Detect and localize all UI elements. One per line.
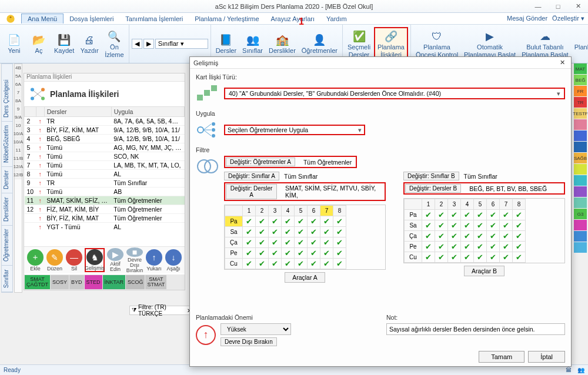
nav-prev[interactable]: ◀ [132, 39, 142, 49]
dialog-cancel[interactable]: İptal [528, 351, 565, 363]
class-row[interactable]: 10 [15, 122, 22, 130]
subject-chip[interactable]: SMATSTMAT [145, 275, 166, 289]
class-row[interactable]: 11 [15, 146, 22, 155]
tool-yukarı[interactable]: ↑Yukarı [145, 248, 163, 272]
side-chip[interactable] [574, 231, 587, 242]
btn-tools-a[interactable]: Araçlar A [285, 272, 325, 283]
nav-next[interactable]: ▶ [143, 39, 154, 49]
side-chip[interactable] [574, 142, 587, 152]
rb-relations[interactable]: 🔗Planlama İlişkileri [374, 27, 408, 60]
btn-tools-b[interactable]: Araçlar B [464, 266, 505, 276]
lt-rooms[interactable]: Derslikler [2, 193, 12, 226]
minimize-button[interactable]: — [528, 0, 548, 13]
class-row[interactable]: 9 [15, 105, 22, 113]
menu-tab-help[interactable]: Yardım [320, 14, 353, 24]
subject-chip[interactable]: İNKTAR [103, 275, 125, 289]
menu-tab-ui[interactable]: Arayuz Ayarları [265, 14, 320, 24]
rb-preview[interactable]: 🔍Ön İzleme [102, 28, 126, 59]
subject-chip[interactable]: SOSY [51, 275, 69, 289]
rb-teachers[interactable]: 👤Öğretmenler [299, 32, 340, 55]
side-chip[interactable]: G3 [574, 209, 587, 219]
rb-precheck[interactable]: 🛡Planlama Öncesi Kontrol [413, 28, 460, 59]
importance-disable[interactable]: Devre Dışı Bırakın [220, 337, 277, 346]
btn-teachers-a[interactable]: Değiştir: Öğretmenler A [226, 158, 295, 166]
class-row[interactable]: 11/B [15, 155, 22, 163]
rb-new[interactable]: 📄Yeni [2, 32, 26, 55]
relation-row[interactable]: 5↑TümüAG, MG, NY, MM, JÇ, DS [25, 143, 185, 152]
tool-aktif-edin[interactable]: ▶Aktif Edin [106, 248, 124, 272]
side-chip[interactable] [574, 119, 587, 130]
menu-tab-definitions[interactable]: Tanımlama İşlemleri [119, 14, 189, 24]
menu-tab-file[interactable]: Dosya İşlemleri [64, 14, 119, 24]
side-chip[interactable] [574, 130, 587, 141]
rb-rooms[interactable]: 🏫Derslikler [266, 32, 298, 55]
relation-row[interactable]: 12↑FİZ, MAT, KİM, BİYTüm Öğretmenler [25, 205, 185, 214]
lt-subjects[interactable]: Dersler [2, 167, 12, 193]
class-row[interactable]: 9/A [15, 113, 22, 122]
lt-schedule[interactable]: Ders Çizelgesi [2, 76, 12, 121]
dialog-close[interactable]: ✕ [557, 58, 567, 68]
lt-supervision[interactable]: NöbetGözetim [2, 122, 12, 167]
daygrid-a[interactable]: 12345678Pa✔✔✔✔✔✔✔✔Sa✔✔✔✔✔✔✔✔Ça✔✔✔✔✔✔✔✔Pe… [224, 205, 386, 270]
btn-classes-a[interactable]: Değiştir: Sınıflar A [224, 172, 279, 180]
relation-row[interactable]: 10↑TümüAB [25, 188, 185, 196]
importance-select[interactable]: Yüksek [220, 323, 291, 335]
class-row[interactable]: 8A [15, 97, 22, 105]
note-input[interactable] [386, 323, 565, 335]
class-row[interactable]: 7 [15, 89, 22, 97]
apply-select[interactable]: Seçilen Öğretmenlere Uygula▾ [224, 125, 365, 135]
maximize-button[interactable]: □ [548, 0, 568, 13]
btn-classes-b[interactable]: Değiştir: Sınıflar B [403, 172, 459, 180]
class-row[interactable]: 5A [15, 72, 22, 81]
subject-chip[interactable]: BYD [69, 275, 84, 289]
class-row[interactable]: 10/A [15, 130, 22, 138]
rb-classes[interactable]: 👥Sınıflar [240, 32, 265, 55]
subject-chip[interactable]: SCOĞ [126, 275, 145, 289]
side-chip[interactable]: MAT [574, 63, 587, 74]
menu-tab-main[interactable]: Ana Menü [21, 14, 64, 24]
rb-electives[interactable]: ✅Seçmeli Dersler [345, 28, 373, 59]
btn-lessons-a[interactable]: Değiştir: Dersler A [226, 184, 277, 199]
tool-sil[interactable]: —Sil [65, 248, 83, 272]
dialog-ok[interactable]: Tamam [479, 351, 524, 363]
relation-row[interactable]: 11↑SMAT, SKİM, SFİZ, MTVU,Tüm Öğretmenle… [25, 196, 185, 205]
relation-row[interactable]: 8↑TümüAL [25, 170, 185, 179]
send-message-link[interactable]: Mesaj Gönder [507, 15, 547, 22]
tool-ekle[interactable]: ＋Ekle [26, 248, 44, 272]
side-chip[interactable]: TESTF [574, 108, 587, 119]
customize-dropdown[interactable]: Özelleştir ▾ [552, 15, 584, 22]
tool-düzen[interactable]: ✎Düzen [46, 248, 64, 272]
rb-print[interactable]: 🖨Yazdır [78, 32, 101, 55]
class-row[interactable]: 12/A [15, 163, 22, 171]
rb-cloudplan[interactable]: ☁Bulut Tabanlı Planlama Başlat [519, 28, 571, 59]
side-chip[interactable] [574, 242, 587, 253]
side-chip[interactable] [574, 164, 587, 175]
filter-bar[interactable]: ⧩ Filtre: (TR) TÜRKÇE ✕ [129, 306, 194, 315]
rb-open[interactable]: 📂Aç [27, 32, 51, 55]
class-row[interactable]: 4B [15, 64, 22, 72]
class-row[interactable]: 10/A [15, 138, 22, 146]
relation-row[interactable]: ↑BİY, FİZ, KİM, MATTüm Öğretmenler [25, 214, 185, 223]
rb-postcheck[interactable]: ✔Planlama Sonrası Kontrol [572, 28, 588, 59]
tool-aşağı[interactable]: ↓Aşağı [165, 248, 182, 272]
class-selector[interactable]: Sınıflar ▾ [155, 39, 208, 49]
relation-row[interactable]: 4↑BEĞ, SBEĞ9/A, 12/B, 9/B, 10/A, 11/ [25, 135, 185, 143]
lt-classes[interactable]: Sınıflar [2, 266, 12, 292]
tool-gelişmiş[interactable]: ♞Gelişmiş [85, 248, 105, 272]
class-row[interactable]: 12/B [15, 171, 22, 179]
side-chip[interactable]: BEĞ [574, 75, 587, 85]
side-chip[interactable]: FR [574, 86, 587, 96]
relation-row[interactable]: 7↑TümüLA, MB, TK, MT, TA, LO, [25, 161, 185, 170]
relation-row[interactable]: 7↑TümüSCÖ, NK [25, 152, 185, 161]
tool-devre-dışı-bırakın[interactable]: ■Devre Dışı Bırakın [126, 248, 143, 272]
lt-teachers[interactable]: Öğretmenler [2, 226, 12, 266]
rb-save[interactable]: 💾Kaydet [52, 32, 76, 55]
subject-chip[interactable]: STED [85, 275, 102, 289]
side-chip[interactable]: SAĞB [574, 153, 587, 163]
relation-row[interactable]: 9↑TRTüm Sınıflar [25, 179, 185, 188]
btn-lessons-b[interactable]: Değiştir: Dersler B [405, 184, 461, 193]
menu-tab-planning[interactable]: Planlama / Yerleştirme [189, 14, 265, 24]
close-button[interactable]: ✕ [568, 0, 588, 13]
side-chip[interactable] [574, 197, 587, 208]
relation-row[interactable]: ↑YGT - TümüAL [25, 223, 185, 230]
